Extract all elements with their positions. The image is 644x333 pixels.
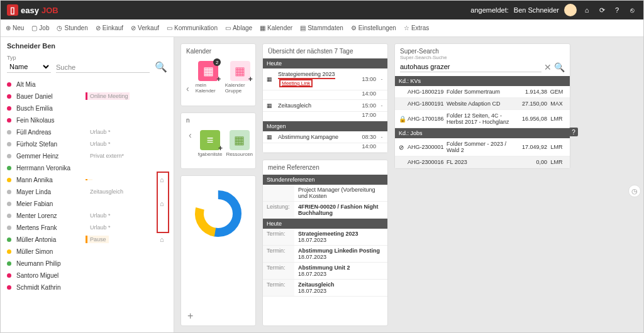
person-row[interactable]: Bauer DanielOnline Meeting ...: [7, 91, 167, 101]
refresh-icon[interactable]: ⟳: [597, 5, 607, 15]
kv-row[interactable]: AHG-1800219Folder Sommertraum1.914,38GEM: [395, 86, 570, 98]
avatar[interactable]: [564, 4, 577, 16]
aufgaben-title: n: [181, 113, 255, 128]
menu-verkauf[interactable]: ⊘ Verkauf: [131, 25, 159, 31]
menu-neu[interactable]: ⊕ Neu: [6, 25, 24, 31]
supersearch-input[interactable]: [400, 62, 541, 72]
fgabenliste-button[interactable]: ≡+ fgabenliste: [198, 130, 223, 157]
check-icon: ⊘: [399, 144, 404, 151]
menu-einst[interactable]: ⚙ Einstellungen: [351, 25, 396, 31]
person-row[interactable]: Neumann Philip: [7, 258, 167, 268]
person-row[interactable]: Gemmer HeinzPrivat extern*: [7, 151, 167, 161]
ref-row[interactable]: Leistung:4FRIEN-00020 / Fashion Night Bu…: [263, 202, 387, 219]
person-row[interactable]: Meier Fabian⌂: [7, 199, 167, 209]
arrow-left-icon-2[interactable]: ‹: [186, 130, 194, 157]
status-dot: [7, 261, 11, 266]
status-dot: [7, 249, 11, 254]
stundenref-header: Stundenreferenzen: [263, 175, 387, 185]
kalender-card: Kalender ‹ ▦2+ mein Kalender ▦+ Kalender…: [180, 43, 256, 106]
status-dot: [7, 82, 11, 87]
meeting-link[interactable]: Meeting Link: [279, 79, 313, 87]
signed-in-user: Ben Schneider: [514, 6, 559, 14]
person-row[interactable]: Alt Mia: [7, 79, 167, 89]
person-row[interactable]: Fürholz StefanUrlaub *: [7, 139, 167, 149]
person-name: Herrmann Veronika: [16, 165, 86, 172]
search-icon[interactable]: 🔍: [554, 62, 565, 72]
calendar-icon: ▦: [267, 102, 274, 109]
kv-row[interactable]: AHG-1800191Website Adaption CD27.150,00M…: [395, 98, 570, 110]
menu-job[interactable]: ▢ Job: [31, 25, 49, 31]
event-row[interactable]: ▦ Zeitausgleich 15:00-: [263, 100, 387, 112]
menu-kalender[interactable]: ▦ Kalender: [260, 25, 292, 31]
app-header: ▯ easyJOB angemeldet: Ben Schneider ⌂ ⟳ …: [1, 1, 643, 19]
supersearch-card: Super-Search Super-Search-Suche ✕ 🔍 Kd.:…: [394, 43, 570, 169]
highlight-annotation: [157, 172, 169, 233]
termin-row[interactable]: Termin:Abstimmung Unit 218.07.2023: [263, 263, 387, 280]
search-input[interactable]: [56, 62, 150, 73]
menu-einkauf[interactable]: ⊘ Einkauf: [96, 25, 123, 31]
mein-kalender-button[interactable]: ▦2+ mein Kalender: [196, 61, 221, 94]
help-badge[interactable]: ?: [569, 128, 578, 136]
kvs-header: Kd.: KVs: [395, 76, 570, 86]
event-row[interactable]: ▦ Abstimmung Kampagne 08:30-: [263, 131, 387, 143]
typ-select[interactable]: Name: [7, 61, 51, 73]
help-icon[interactable]: ?: [612, 5, 622, 15]
home-icon[interactable]: ⌂: [582, 5, 592, 15]
plus-button[interactable]: +: [187, 310, 193, 322]
person-row[interactable]: Füll AndreasUrlaub *: [7, 127, 167, 137]
event-row-time: 14:00: [263, 143, 387, 153]
kv-row[interactable]: 🔒AHG-1700186Folder 12 Seiten, 4C - Herbs…: [395, 110, 570, 128]
termin-row[interactable]: Termin:Abstimmung Linkedin Posting18.07.…: [263, 246, 387, 263]
person-row[interactable]: Mann Annika⌂: [7, 175, 167, 185]
person-name: Füll Andreas: [16, 129, 86, 136]
home-icon[interactable]: ⌂: [160, 236, 167, 243]
menu-extras[interactable]: ☆ Extras: [404, 25, 429, 31]
search-icon[interactable]: 🔍: [155, 61, 167, 73]
person-row[interactable]: Herrmann Veronika: [7, 163, 167, 173]
calendar-group-icon: ▦+: [230, 61, 250, 81]
person-tag: Urlaub *: [86, 128, 113, 136]
ressourcen-button[interactable]: ▦ Ressourcen: [226, 130, 253, 157]
person-row[interactable]: Müller AntoniaPause⌂: [7, 234, 167, 244]
logo-text-job: JOB: [42, 6, 58, 15]
person-name: Schmidt Kathrin: [16, 284, 86, 291]
menu-komm[interactable]: ▭ Kommunikation: [167, 25, 218, 31]
clear-icon[interactable]: ✕: [544, 62, 552, 72]
job-row[interactable]: ⊘AHG-2300001Folder Sommer - 2023 / Wald …: [395, 138, 570, 156]
lock-icon: 🔒: [399, 116, 406, 123]
person-tag: Urlaub *: [86, 140, 113, 148]
person-row[interactable]: Santoro Miguel: [7, 270, 167, 280]
termin-row[interactable]: Termin:Strategiemeeting 202318.07.2023: [263, 229, 387, 246]
heute-header-2: Heute: [263, 219, 387, 229]
signed-in-label: angemeldet:: [470, 6, 509, 14]
termin-row[interactable]: Termin:Zeitausgleich18.07.2023: [263, 280, 387, 297]
person-name: Mayer Linda: [16, 188, 86, 195]
person-row[interactable]: Fein Nikolaus: [7, 115, 167, 125]
status-dot: [7, 166, 11, 170]
job-row[interactable]: AHG-2300016FL 20230,00LMR: [395, 156, 570, 168]
person-row[interactable]: Schmidt Kathrin: [7, 282, 167, 292]
ref-row[interactable]: Project Manager (Vorbereitung und Kosten: [263, 185, 387, 202]
person-name: Fürholz Stefan: [16, 141, 86, 148]
menu-stunden[interactable]: ◷ Stunden: [57, 25, 87, 31]
status-dot: [7, 273, 11, 278]
menu-stamm[interactable]: ▤ Stammdaten: [300, 25, 343, 31]
menu-ablage[interactable]: ▭ Ablage: [225, 25, 252, 31]
person-row[interactable]: Mayer LindaZeitausgleich: [7, 187, 167, 197]
kalender-gruppe-button[interactable]: ▦+ Kalender Gruppe: [225, 61, 255, 94]
person-row[interactable]: Busch Emilia: [7, 103, 167, 113]
logout-icon[interactable]: ⎋: [627, 5, 637, 15]
sidebar-title: Schneider Ben: [7, 42, 167, 50]
arrow-left-icon[interactable]: ‹: [184, 84, 192, 94]
chart-card: +: [180, 175, 256, 326]
person-name: Müller Simon: [16, 248, 86, 255]
kalender-title: Kalender: [181, 44, 255, 58]
status-dot: [7, 226, 11, 230]
event-row[interactable]: ▦ Strategiemeeting 2023 Meeting Link 13:…: [263, 68, 387, 90]
person-row[interactable]: Menter LorenzUrlaub *: [7, 210, 167, 221]
person-name: Busch Emilia: [16, 105, 86, 112]
clock-icon[interactable]: ◷: [628, 185, 641, 197]
person-row[interactable]: Müller Simon: [7, 246, 167, 256]
person-row[interactable]: Mertens FrankUrlaub *: [7, 222, 167, 232]
person-name: Menter Lorenz: [16, 212, 86, 219]
